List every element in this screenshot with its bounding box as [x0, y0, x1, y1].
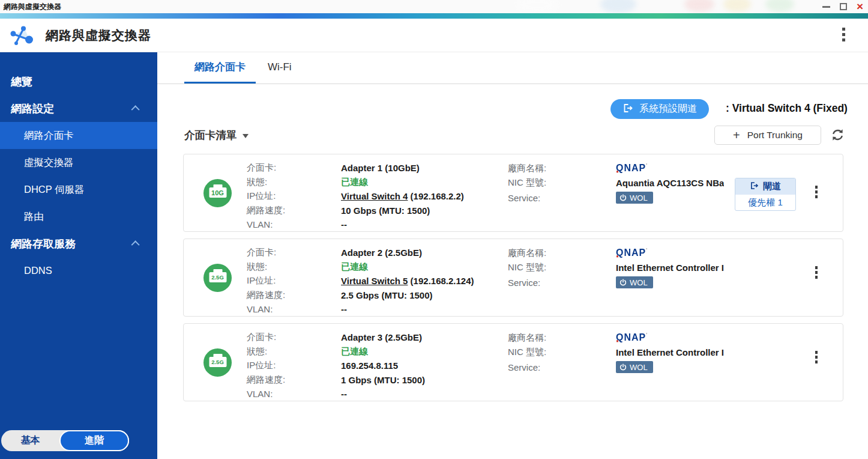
field-label: VLAN: — [247, 304, 341, 314]
app-header: 網路與虛擬交換器 — [0, 19, 868, 52]
window-titlebar: 網路與虛擬交換器 × — [0, 0, 868, 13]
adapter-card: 2.5G 介面卡: Adapter 3 (2.5GbE) 狀態: 已連線 IP位… — [183, 323, 843, 401]
sidebar-item-dhcp-server[interactable]: DHCP 伺服器 — [0, 176, 157, 203]
field-label: 介面卡: — [247, 162, 341, 174]
gateway-icon — [750, 181, 759, 192]
minimize-icon[interactable] — [822, 6, 830, 8]
wallpaper-decoration — [765, 0, 794, 12]
mode-toggle: 基本 進階 — [1, 430, 129, 451]
power-icon — [619, 279, 627, 286]
nic-model: Intel Ethernet Controller I — [616, 347, 724, 357]
sidebar-item-network-interfaces[interactable]: 網路介面卡 — [0, 122, 157, 149]
sidebar-section-network-access[interactable]: 網路存取服務 — [0, 230, 157, 257]
virtual-switch-link[interactable]: Virtual Switch 5 — [341, 276, 408, 286]
adapter-menu-kebab-icon[interactable] — [815, 186, 818, 198]
field-label: IP位址: — [247, 360, 341, 371]
adapter-card: 10G 介面卡: Adapter 1 (10GbE) 狀態: 已連線 IP位址:… — [183, 154, 843, 232]
sidebar-item-overview[interactable]: 總覽 — [0, 68, 157, 95]
field-label: 廠商名稱: — [508, 248, 616, 259]
app-window: 網路與虛擬交換器 × 網路與虛擬交換器 總覽 — [0, 0, 868, 459]
adapter-card: 2.5G 介面卡: Adapter 2 (2.5GbE) 狀態: 已連線 IP位… — [183, 239, 843, 317]
field-label: 狀態: — [247, 261, 341, 273]
wol-badge[interactable]: WOL — [616, 361, 653, 373]
sidebar-item-routing[interactable]: 路由 — [0, 203, 157, 230]
field-label: 狀態: — [247, 346, 341, 357]
vlan-value: -- — [341, 389, 425, 399]
nic-model: Intel Ethernet Controller I — [616, 263, 724, 273]
adapter-menu-kebab-icon[interactable] — [815, 351, 818, 363]
ethernet-port-icon: 2.5G — [203, 348, 232, 377]
power-icon — [619, 194, 627, 201]
system-default-gateway-button[interactable]: 系統預設閘道 — [610, 99, 709, 119]
status-badge: 已連線 — [341, 261, 474, 273]
adapter-name: Adapter 1 (10GbE) — [341, 163, 464, 173]
wol-badge[interactable]: WOL — [616, 276, 653, 288]
page-title: 網路與虛擬交換器 — [46, 27, 151, 44]
refresh-icon[interactable] — [830, 127, 845, 143]
network-app-icon — [10, 25, 37, 50]
tab-bar: 網路介面卡 Wi-Fi — [157, 52, 868, 84]
qnap-logo: QNAP' — [616, 332, 724, 344]
qnap-logo: QNAP' — [616, 248, 724, 259]
gateway-icon — [622, 103, 633, 115]
port-trunking-button[interactable]: + Port Trunking — [714, 126, 821, 145]
ip-address: Virtual Switch 5 (192.168.2.124) — [341, 276, 474, 286]
speed-badge: 2.5G — [209, 272, 226, 282]
field-label: IP位址: — [247, 275, 341, 287]
field-label: 介面卡: — [247, 247, 341, 258]
close-icon[interactable]: × — [857, 1, 863, 12]
sidebar: 總覽 網路設定 網路介面卡 虛擬交換器 DHCP 伺服器 路由 網路存取服務 — [0, 52, 157, 459]
field-label: 廠商名稱: — [508, 332, 616, 344]
adapter-details: 介面卡: Adapter 3 (2.5GbE) 狀態: 已連線 IP位址: 16… — [247, 330, 425, 401]
ethernet-port-icon: 2.5G — [203, 264, 232, 292]
wallpaper-decoration — [684, 0, 714, 12]
field-label: NIC 型號: — [508, 262, 616, 273]
field-label: Service: — [508, 193, 616, 203]
mode-advanced-button[interactable]: 進階 — [59, 430, 129, 451]
field-label: NIC 型號: — [508, 177, 616, 189]
adapter-name: Adapter 3 (2.5GbE) — [341, 332, 425, 342]
field-label: VLAN: — [247, 219, 341, 230]
vlan-value: -- — [341, 219, 464, 230]
field-label: Service: — [508, 278, 616, 288]
vendor-details: 廠商名稱: QNAP' NIC 型號: Intel Ethernet Contr… — [508, 246, 724, 290]
adapter-menu-kebab-icon[interactable] — [815, 266, 818, 279]
sidebar-item-ddns[interactable]: DDNS — [0, 257, 157, 284]
plus-icon: + — [733, 129, 740, 141]
tab-wifi[interactable]: Wi-Fi — [258, 52, 302, 84]
nic-model: Aquantia AQC113CS NBa — [616, 178, 724, 188]
power-icon — [619, 363, 627, 371]
sidebar-section-network-settings[interactable]: 網路設定 — [0, 95, 157, 122]
network-speed: 1 Gbps (MTU: 1500) — [341, 375, 425, 385]
speed-badge: 2.5G — [209, 357, 226, 367]
accent-gradient-bar — [0, 13, 868, 19]
speed-badge: 10G — [209, 187, 226, 198]
adapter-details: 介面卡: Adapter 1 (10GbE) 狀態: 已連線 IP位址: Vir… — [247, 161, 464, 232]
chevron-up-icon — [131, 105, 140, 114]
virtual-switch-link[interactable]: Virtual Switch 4 — [341, 191, 408, 201]
ip-address: Virtual Switch 4 (192.168.2.2) — [341, 191, 464, 201]
adapter-details: 介面卡: Adapter 2 (2.5GbE) 狀態: 已連線 IP位址: Vi… — [247, 246, 474, 317]
qnap-logo: QNAP' — [616, 163, 724, 174]
status-badge: 已連線 — [341, 177, 464, 188]
field-label: 廠商名稱: — [508, 163, 616, 174]
field-label: 網路速度: — [247, 290, 341, 301]
header-menu-kebab-icon[interactable] — [842, 28, 845, 41]
ip-address: 169.254.8.115 — [341, 360, 425, 371]
sidebar-item-virtual-switch[interactable]: 虛擬交換器 — [0, 149, 157, 176]
interface-list-dropdown[interactable]: 介面卡清單 — [184, 128, 249, 142]
field-label: 狀態: — [247, 177, 341, 188]
maximize-icon[interactable] — [840, 3, 847, 10]
gateway-priority-badge[interactable]: 閘道 優先權 1 — [735, 178, 796, 211]
adapter-name: Adapter 2 (2.5GbE) — [341, 248, 474, 258]
tab-network-interfaces[interactable]: 網路介面卡 — [184, 52, 256, 84]
vlan-value: -- — [341, 304, 474, 314]
list-toolbar: 介面卡清單 + Port Trunking — [157, 126, 868, 147]
main-content: 網路介面卡 Wi-Fi 系統預設閘道 : Virtual Switch 4 (F… — [157, 52, 868, 459]
field-label: Service: — [508, 362, 616, 372]
network-speed: 10 Gbps (MTU: 1500) — [341, 205, 464, 216]
wol-badge[interactable]: WOL — [616, 192, 653, 204]
window-title: 網路與虛擬交換器 — [4, 2, 61, 12]
mode-basic-button[interactable]: 基本 — [1, 434, 59, 447]
window-controls: × — [822, 0, 863, 13]
